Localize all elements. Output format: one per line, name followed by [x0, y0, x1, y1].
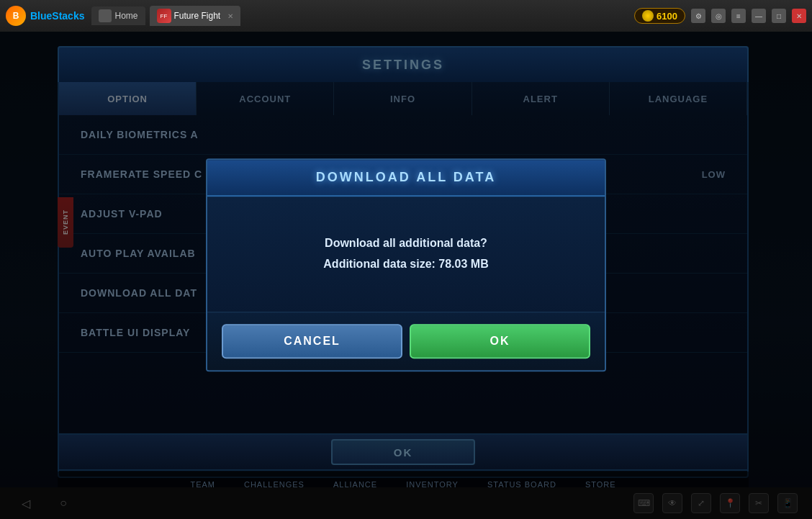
tab-home-label: Home [114, 11, 137, 21]
home-icon [99, 9, 112, 22]
bluestacks-logo: B [6, 6, 26, 26]
ok-button[interactable]: OK [410, 324, 590, 358]
tab-game-label: Future Fight [174, 11, 221, 21]
titlebar: B BlueStacks Home FF Future Fight ✕ 6100… [0, 0, 812, 32]
close-button[interactable]: ✕ [792, 9, 806, 23]
game-icon: FF [157, 9, 171, 23]
modal-title: DOWNLOAD ALL DATA [316, 170, 496, 185]
tab-future-fight[interactable]: FF Future Fight ✕ [150, 6, 241, 26]
toolbar-btn-1[interactable]: ⚙ [691, 9, 705, 23]
coin-amount: 6100 [657, 11, 677, 22]
modal-header: DOWNLOAD ALL DATA [207, 160, 605, 197]
cancel-button[interactable]: CANCEL [222, 324, 402, 358]
modal-line2: Additional data size: 78.03 MB [323, 254, 488, 275]
minimize-button[interactable]: — [752, 9, 766, 23]
modal-footer: CANCEL OK [207, 312, 605, 370]
modal-body: Download all additional data? Additional… [207, 197, 605, 312]
coin-icon [642, 10, 654, 22]
modal-line1: Download all additional data? [323, 233, 488, 254]
modal-overlay: DOWNLOAD ALL DATA Download all additiona… [0, 32, 812, 519]
game-area: SETTINGS OPTION ACCOUNT INFO ALERT LANGU… [0, 32, 812, 519]
coin-badge: 6100 [634, 8, 685, 24]
toolbar-btn-3[interactable]: ≡ [731, 9, 746, 23]
maximize-button[interactable]: □ [772, 9, 786, 23]
titlebar-right: 6100 ⚙ ◎ ≡ — □ ✕ [634, 8, 806, 24]
toolbar-btn-2[interactable]: ◎ [711, 9, 726, 23]
tab-close-icon[interactable]: ✕ [227, 12, 233, 20]
modal-text: Download all additional data? Additional… [323, 233, 488, 275]
tab-home[interactable]: Home [91, 6, 145, 25]
modal-dialog: DOWNLOAD ALL DATA Download all additiona… [206, 158, 606, 371]
brand-name: BlueStacks [30, 10, 84, 22]
